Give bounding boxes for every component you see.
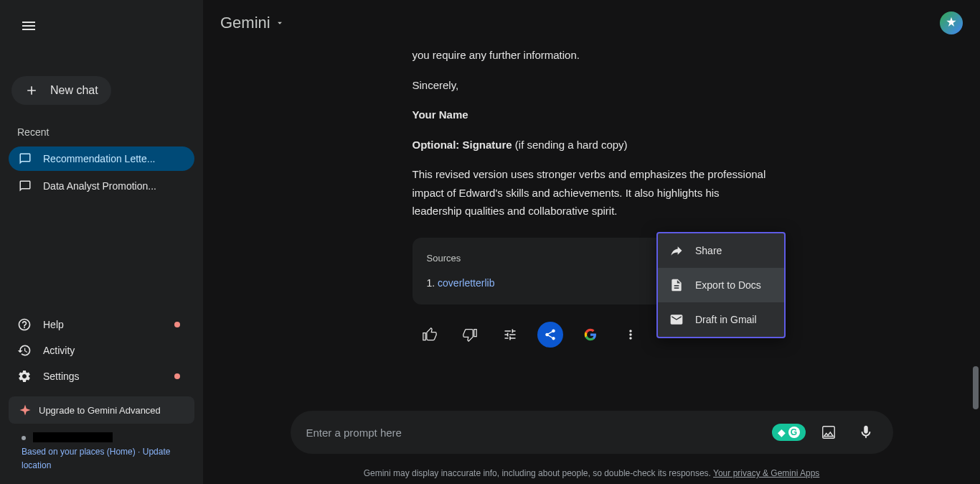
grammarly-badge[interactable]: ◆G bbox=[772, 424, 806, 441]
settings-label: Settings bbox=[43, 371, 80, 382]
message-paragraph: you require any further information. bbox=[413, 46, 771, 65]
chat-item-data-analyst[interactable]: Data Analyst Promotion... bbox=[9, 174, 194, 198]
help-label: Help bbox=[43, 319, 64, 330]
disclaimer: Gemini may display inaccurate info, incl… bbox=[203, 462, 980, 484]
google-icon bbox=[584, 328, 597, 341]
settings-link[interactable]: Settings bbox=[9, 363, 194, 389]
new-chat-button[interactable]: New chat bbox=[11, 76, 111, 105]
message-paragraph: Your Name bbox=[413, 106, 771, 124]
share-menu-draft-gmail[interactable]: Draft in Gmail bbox=[658, 302, 784, 337]
google-search-button[interactable] bbox=[578, 322, 603, 348]
thumbs-up-button[interactable] bbox=[417, 322, 443, 348]
location-info: blacked out text here Based on your plac… bbox=[22, 431, 194, 473]
thumbs-down-button[interactable] bbox=[457, 322, 483, 348]
recent-label: Recent bbox=[17, 126, 194, 138]
image-upload-button[interactable] bbox=[814, 418, 843, 447]
new-chat-label: New chat bbox=[50, 84, 98, 97]
history-icon bbox=[17, 343, 32, 358]
share-menu-label: Export to Docs bbox=[695, 279, 761, 291]
dropdown-icon bbox=[275, 18, 285, 28]
chat-icon bbox=[19, 152, 32, 165]
prompt-box: ◆G bbox=[291, 411, 893, 454]
share-menu-label: Draft in Gmail bbox=[695, 314, 757, 325]
upgrade-button[interactable]: Upgrade to Gemini Advanced bbox=[9, 396, 194, 424]
more-vert-icon bbox=[623, 327, 638, 342]
thumbs-up-icon bbox=[423, 327, 437, 342]
message-paragraph: Sincerely, bbox=[413, 76, 771, 95]
source-link[interactable]: coverletterlib bbox=[438, 277, 494, 289]
tune-icon bbox=[503, 327, 517, 342]
share-button[interactable] bbox=[537, 322, 563, 348]
mic-button[interactable] bbox=[852, 418, 880, 447]
share-menu-label: Share bbox=[695, 245, 722, 256]
message-paragraph: This revised version uses stronger verbs… bbox=[413, 165, 771, 220]
scrollbar[interactable] bbox=[973, 366, 979, 409]
share-arrow-icon bbox=[669, 243, 684, 258]
upgrade-label: Upgrade to Gemini Advanced bbox=[39, 405, 161, 416]
privacy-link[interactable]: Your privacy & Gemini Apps bbox=[713, 468, 819, 478]
help-icon bbox=[17, 317, 32, 332]
chat-icon bbox=[19, 180, 32, 192]
sparkle-icon bbox=[19, 404, 32, 416]
tune-button[interactable] bbox=[497, 322, 523, 348]
share-icon bbox=[544, 328, 557, 341]
thumbs-down-icon bbox=[463, 327, 477, 342]
user-avatar[interactable] bbox=[940, 11, 963, 34]
location-based-link[interactable]: Based on your places (Home) bbox=[22, 447, 136, 457]
app-title-dropdown[interactable]: Gemini bbox=[220, 14, 285, 32]
share-menu: Share Export to Docs Draft in Gmail bbox=[656, 232, 786, 338]
image-icon bbox=[821, 424, 837, 440]
chat-item-recommendation[interactable]: Recommendation Lette... bbox=[9, 146, 194, 171]
docs-icon bbox=[669, 278, 684, 292]
notification-dot bbox=[174, 322, 180, 327]
gear-icon bbox=[17, 369, 32, 383]
share-menu-share[interactable]: Share bbox=[658, 233, 784, 268]
message-paragraph: Optional: Signature (if sending a hard c… bbox=[413, 136, 771, 154]
chat-item-label: Data Analyst Promotion... bbox=[43, 180, 156, 192]
menu-button[interactable] bbox=[14, 11, 43, 40]
activity-link[interactable]: Activity bbox=[9, 338, 194, 363]
gmail-icon bbox=[669, 312, 684, 327]
share-menu-export-docs[interactable]: Export to Docs bbox=[658, 268, 784, 302]
chat-item-label: Recommendation Lette... bbox=[43, 153, 155, 164]
plus-icon bbox=[24, 83, 39, 98]
activity-label: Activity bbox=[43, 345, 75, 356]
prompt-input[interactable] bbox=[303, 419, 763, 446]
mic-icon bbox=[858, 424, 874, 440]
app-title-text: Gemini bbox=[220, 14, 270, 32]
help-link[interactable]: Help bbox=[9, 312, 194, 338]
more-button[interactable] bbox=[618, 322, 644, 348]
notification-dot bbox=[174, 373, 180, 379]
